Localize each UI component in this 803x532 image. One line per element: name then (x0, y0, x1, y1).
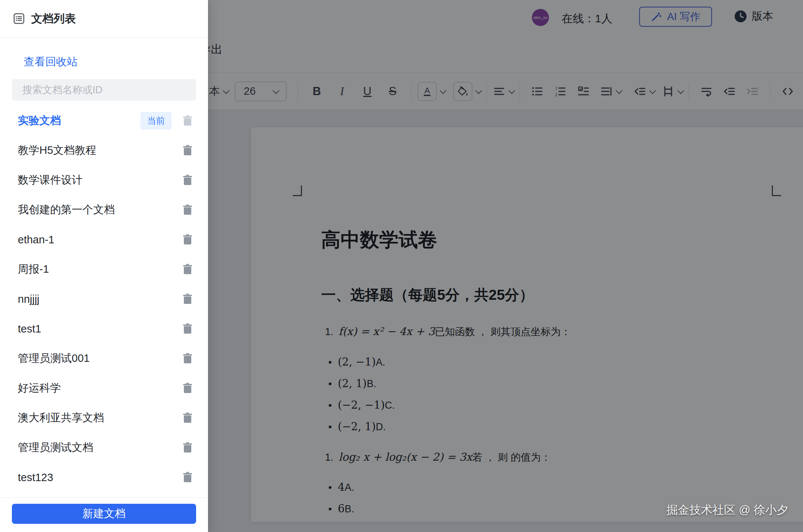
drawer-title: 文档列表 (31, 11, 76, 26)
doc-list-item[interactable]: test123 (0, 463, 208, 492)
doc-list-item[interactable]: ethan-1 (0, 225, 208, 254)
trash-icon[interactable] (183, 115, 192, 126)
trash-icon[interactable] (183, 145, 192, 156)
doc-list-item[interactable]: 管理员测试001 (0, 344, 208, 373)
trash-icon[interactable] (183, 234, 192, 245)
trash-icon[interactable] (183, 264, 192, 275)
trash-icon[interactable] (183, 353, 192, 364)
trash-icon[interactable] (183, 412, 192, 424)
watermark: 掘金技术社区 @ 徐小夕 (666, 502, 788, 518)
doc-list-item[interactable]: 澳大利亚共享文档 (0, 403, 208, 433)
drawer-footer: 新建文档 (0, 497, 208, 532)
trash-icon[interactable] (183, 383, 192, 394)
trash-icon[interactable] (183, 472, 192, 483)
recycle-bin-link[interactable]: 查看回收站 (24, 55, 208, 69)
search-input[interactable] (12, 84, 196, 96)
doc-list-item[interactable]: 教学H5文档教程 (0, 136, 208, 165)
trash-icon[interactable] (183, 204, 192, 215)
doc-list-item[interactable]: 好运科学 (0, 373, 208, 403)
document-list-icon (13, 13, 25, 24)
search-box (12, 79, 196, 101)
doc-list-item[interactable]: 数学课件设计 (0, 165, 208, 195)
doc-list-item[interactable]: 实验文档 当前 (0, 106, 208, 136)
trash-icon[interactable] (183, 323, 192, 334)
doc-list-item[interactable]: 管理员测试文档 (0, 433, 208, 463)
trash-icon[interactable] (183, 293, 192, 305)
doc-list-item[interactable]: 我创建的第一个文档 (0, 195, 208, 225)
app-root: alex_xu 在线：1人 AI 写作 版本 导出 文本 (0, 0, 803, 532)
document-list: 实验文档 当前 教学H5文档教程 数学课件设计 我创建的第一个文档 ethan-… (0, 106, 208, 497)
doc-list-item[interactable]: nnjjjj (0, 284, 208, 314)
trash-icon[interactable] (183, 442, 192, 453)
trash-icon[interactable] (183, 175, 192, 186)
doc-list-item[interactable]: 周报-1 (0, 254, 208, 284)
new-document-button[interactable]: 新建文档 (12, 504, 196, 524)
current-badge: 当前 (140, 112, 172, 130)
drawer-header: 文档列表 (0, 0, 208, 38)
doc-list-item[interactable]: test1 (0, 314, 208, 344)
document-list-drawer: 文档列表 查看回收站 实验文档 当前 教学H5文档教程 数学课件设计 我创建的第… (0, 0, 208, 532)
